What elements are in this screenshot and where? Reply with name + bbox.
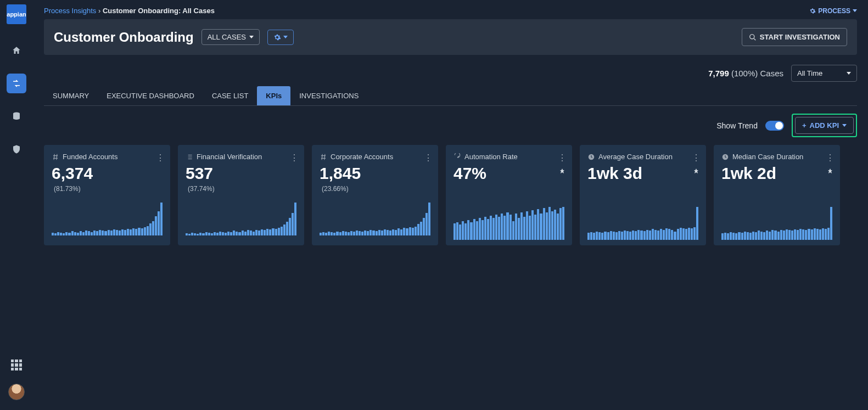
caret-down-icon <box>853 9 857 12</box>
kpi-value: 6,374 <box>52 164 163 183</box>
database-icon <box>12 111 21 121</box>
kpi-title: Automation Rate <box>464 153 518 161</box>
plus-icon: + <box>802 121 807 130</box>
kpi-value: 1wk 2d <box>721 164 832 183</box>
kpi-title: Funded Accounts <box>63 153 117 161</box>
kpi-card[interactable]: Automation Rate 47% ⋮ <box>446 145 572 245</box>
show-trend-label: Show Trend <box>716 121 758 130</box>
case-filter-label: ALL CASES <box>208 33 246 41</box>
kpi-header: Automation Rate <box>453 153 564 161</box>
user-avatar[interactable] <box>8 384 25 400</box>
clock-icon <box>587 153 595 161</box>
kpi-title: Median Case Duration <box>732 153 803 161</box>
kpi-percent: (23.66%) <box>322 185 430 193</box>
kpi-sparkline <box>587 207 698 240</box>
topbar: Process Insights › Customer Onboarding: … <box>44 7 857 15</box>
start-investigation-label: START INVESTIGATION <box>760 33 840 41</box>
appian-logo: appian <box>7 4 26 24</box>
kpi-header: Average Case Duration <box>587 153 698 161</box>
kpi-menu-button[interactable]: ⋮ <box>826 153 835 163</box>
header-panel: Customer Onboarding ALL CASES START INVE… <box>44 19 857 55</box>
pin-icon <box>693 168 699 175</box>
show-trend-toggle[interactable] <box>765 121 784 131</box>
kpi-grid: Funded Accounts 6,374 (81.73%) ⋮ Financi… <box>44 145 857 245</box>
clock-icon <box>721 153 729 161</box>
count-pct: (100%) <box>731 69 758 78</box>
kpi-sparkline <box>52 203 163 235</box>
time-filter-select[interactable]: All Time <box>791 65 857 82</box>
settings-button[interactable] <box>267 30 294 45</box>
kpi-card[interactable]: Average Case Duration 1wk 3d ⋮ <box>580 145 706 245</box>
kpi-menu-button[interactable]: ⋮ <box>156 153 165 163</box>
case-count: 7,799 (100%) Cases <box>708 69 783 78</box>
tab-kpis[interactable]: KPIs <box>257 86 290 105</box>
gear-icon <box>273 33 281 41</box>
kpi-menu-button[interactable]: ⋮ <box>692 153 701 163</box>
kpi-percent: (37.74%) <box>188 185 296 193</box>
time-filter-label: All Time <box>797 69 822 77</box>
shield-icon <box>12 144 21 154</box>
nav-apps[interactable] <box>7 355 26 375</box>
caret-down-icon <box>283 36 288 38</box>
tab-case-list[interactable]: CASE LIST <box>203 86 257 105</box>
kpi-title: Financial Verification <box>197 153 262 161</box>
kpi-menu-button[interactable]: ⋮ <box>290 153 299 163</box>
caret-down-icon <box>842 124 847 127</box>
kpi-header: Financial Verification <box>186 153 296 161</box>
sidebar: appian <box>0 0 33 410</box>
kpi-value: 47% <box>453 164 564 183</box>
add-kpi-highlight: + ADD KPI <box>792 114 857 137</box>
nav-data[interactable] <box>7 106 26 126</box>
nav-process[interactable] <box>7 74 26 93</box>
kpi-menu-button[interactable]: ⋮ <box>558 153 567 163</box>
page-title: Customer Onboarding <box>54 30 194 45</box>
kpi-card[interactable]: Financial Verification 537 (37.74%) ⋮ <box>178 145 304 245</box>
kpi-percent: (81.73%) <box>54 185 163 193</box>
add-kpi-button[interactable]: + ADD KPI <box>795 117 854 134</box>
breadcrumb-root[interactable]: Process Insights <box>44 7 96 15</box>
process-menu-label: PROCESS <box>818 7 850 15</box>
filter-row: 7,799 (100%) Cases All Time <box>44 65 857 82</box>
kpi-header: Funded Accounts <box>52 153 163 161</box>
tab-executive-dashboard[interactable]: EXECUTIVE DASHBOARD <box>98 86 203 105</box>
pin-icon <box>559 168 565 175</box>
count-number: 7,799 <box>708 69 729 78</box>
kpi-controls: Show Trend + ADD KPI <box>44 114 857 137</box>
kpi-sparkline <box>186 203 296 235</box>
home-icon <box>12 46 21 55</box>
gear-icon <box>809 8 816 14</box>
caret-down-icon <box>249 36 254 38</box>
kpi-sparkline <box>721 207 832 240</box>
process-icon <box>12 78 21 88</box>
kpi-card[interactable]: Corporate Accounts 1,845 (23.66%) ⋮ <box>312 145 438 245</box>
gauge-icon <box>453 153 461 161</box>
main-content: Process Insights › Customer Onboarding: … <box>33 0 868 410</box>
list-icon <box>186 153 193 161</box>
tab-summary[interactable]: SUMMARY <box>44 86 98 105</box>
pin-icon <box>827 168 833 175</box>
case-filter-select[interactable]: ALL CASES <box>201 29 260 45</box>
start-investigation-button[interactable]: START INVESTIGATION <box>742 28 847 46</box>
caret-down-icon <box>847 72 851 75</box>
kpi-title: Corporate Accounts <box>331 153 393 161</box>
svg-point-1 <box>750 34 754 38</box>
hash-icon <box>320 153 327 161</box>
kpi-card[interactable]: Funded Accounts 6,374 (81.73%) ⋮ <box>44 145 170 245</box>
add-kpi-label: ADD KPI <box>810 121 839 130</box>
kpi-value: 1wk 3d <box>587 164 698 183</box>
process-menu[interactable]: PROCESS <box>809 7 857 15</box>
hash-icon <box>52 153 59 161</box>
nav-home[interactable] <box>7 41 26 60</box>
count-label: Cases <box>760 69 783 78</box>
search-icon <box>749 33 757 41</box>
tab-investigations[interactable]: INVESTIGATIONS <box>290 86 367 105</box>
breadcrumb: Process Insights › Customer Onboarding: … <box>44 7 215 15</box>
kpi-header: Corporate Accounts <box>320 153 430 161</box>
apps-grid-icon <box>11 360 22 370</box>
kpi-card[interactable]: Median Case Duration 1wk 2d ⋮ <box>714 145 840 245</box>
nav-security[interactable] <box>7 139 26 159</box>
kpi-value: 1,845 <box>320 164 430 183</box>
kpi-sparkline <box>320 203 430 235</box>
kpi-title: Average Case Duration <box>598 153 673 161</box>
kpi-menu-button[interactable]: ⋮ <box>424 153 433 163</box>
